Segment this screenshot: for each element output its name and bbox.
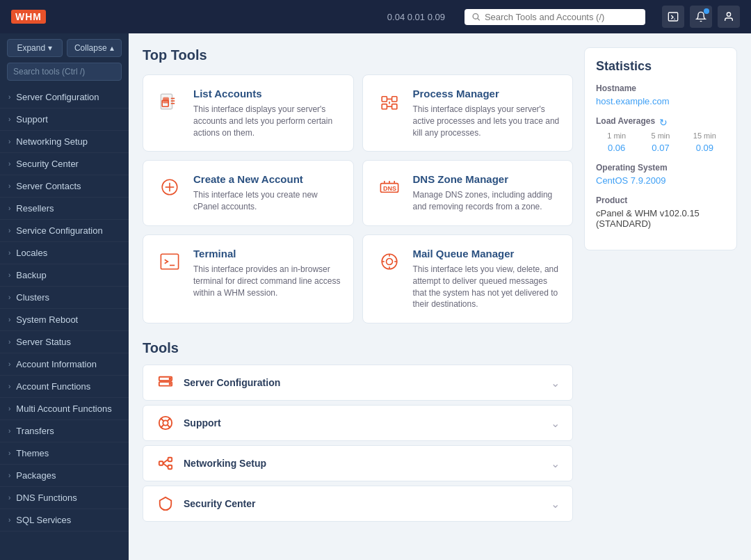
sidebar: Expand ▾ Collapse ▴ ›Server Configuratio… xyxy=(0,33,129,560)
search-icon xyxy=(471,12,481,22)
sidebar-item-label: Server Status xyxy=(16,337,71,347)
chevron-right-icon: › xyxy=(8,271,10,279)
tool-card-create-new-account[interactable]: Create a New Account This interface lets… xyxy=(143,160,354,226)
sidebar-item-label: Themes xyxy=(16,448,49,458)
sidebar-item-backup[interactable]: ›Backup xyxy=(0,264,129,287)
chevron-right-icon: › xyxy=(8,494,10,502)
sidebar-item-label: Packages xyxy=(16,470,56,481)
process-manager-title: Process Manager xyxy=(413,88,560,99)
sidebar-item-system-reboot[interactable]: ›System Reboot xyxy=(0,309,129,331)
search-input[interactable] xyxy=(485,12,638,22)
create-new-account-title: Create a New Account xyxy=(193,173,341,185)
chevron-down-icon: ⌄ xyxy=(551,417,560,430)
os-value: CentOS 7.9.2009 xyxy=(596,175,725,186)
tools-row-networking-setup[interactable]: Networking Setup ⌄ xyxy=(143,445,573,481)
svg-point-29 xyxy=(386,258,392,264)
sidebar-item-label: Transfers xyxy=(16,426,54,436)
sidebar-item-server-contacts[interactable]: ›Server Contacts xyxy=(0,175,129,198)
chevron-right-icon: › xyxy=(8,427,10,435)
sidebar-item-locales[interactable]: ›Locales xyxy=(0,242,129,264)
sidebar-item-themes[interactable]: ›Themes xyxy=(0,442,129,465)
support-row-label: Support xyxy=(184,417,542,429)
refresh-icon[interactable]: ↻ xyxy=(659,117,668,128)
sidebar-nav: ›Server Configuration›Support›Networking… xyxy=(0,86,129,560)
security-center-row-label: Security Center xyxy=(184,498,542,509)
sidebar-item-support[interactable]: ›Support xyxy=(0,109,129,131)
chevron-right-icon: › xyxy=(8,516,10,524)
sidebar-search-input[interactable] xyxy=(7,63,122,81)
sidebar-item-label: Security Center xyxy=(16,159,79,169)
global-search-bar[interactable] xyxy=(465,9,645,25)
load-15min-value: 0.09 xyxy=(684,143,725,153)
dns-zone-manager-description: Manage DNS zones, including adding and r… xyxy=(413,189,560,213)
tool-card-process-manager[interactable]: Process Manager This interface displays … xyxy=(362,74,574,152)
svg-point-36 xyxy=(170,378,171,380)
tools-row-server-configuration[interactable]: Server Configuration ⌄ xyxy=(143,365,573,401)
chevron-right-icon: › xyxy=(8,360,10,368)
terminal-button[interactable] xyxy=(662,6,684,28)
sidebar-item-service-configuration[interactable]: ›Service Configuration xyxy=(0,220,129,242)
chevron-right-icon: › xyxy=(8,115,10,123)
svg-rect-44 xyxy=(159,461,163,465)
sidebar-item-server-status[interactable]: ›Server Status xyxy=(0,331,129,353)
load-5min-label: 5 min xyxy=(640,131,681,140)
chevron-right-icon: › xyxy=(8,227,10,234)
load-5min-value: 0.07 xyxy=(640,143,681,153)
svg-line-40 xyxy=(161,419,163,422)
user-icon xyxy=(723,11,734,22)
sidebar-item-clusters[interactable]: ›Clusters xyxy=(0,287,129,309)
sidebar-item-account-functions[interactable]: ›Account Functions xyxy=(0,376,129,398)
sidebar-item-label: Account Information xyxy=(16,359,97,369)
sidebar-item-packages[interactable]: ›Packages xyxy=(0,465,129,487)
dns-zone-manager-info: DNS Zone Manager Manage DNS zones, inclu… xyxy=(413,173,560,213)
notifications-button[interactable] xyxy=(690,6,712,28)
sidebar-item-networking-setup[interactable]: ›Networking Setup xyxy=(0,131,129,153)
chevron-right-icon: › xyxy=(8,449,10,457)
sidebar-item-security-center[interactable]: ›Security Center xyxy=(0,153,129,175)
chevron-right-icon: › xyxy=(8,138,10,145)
sidebar-item-multi-account-functions[interactable]: ›Multi Account Functions xyxy=(0,398,129,420)
svg-point-39 xyxy=(163,421,168,426)
sidebar-item-dns-functions[interactable]: ›DNS Functions xyxy=(0,487,129,509)
tool-card-terminal[interactable]: Terminal This interface provides an in-b… xyxy=(143,234,354,323)
create-new-account-description: This interface lets you create new cPane… xyxy=(193,189,341,213)
svg-line-47 xyxy=(163,460,168,464)
top-tools-grid: List Accounts This interface displays yo… xyxy=(143,74,573,323)
product-value: cPanel & WHM v102.0.15 (STANDARD) xyxy=(596,208,725,229)
svg-line-43 xyxy=(168,425,170,428)
tools-row-security-center[interactable]: Security Center ⌄ xyxy=(143,486,573,522)
sidebar-item-server-configuration[interactable]: ›Server Configuration xyxy=(0,86,129,109)
sidebar-item-account-information[interactable]: ›Account Information xyxy=(0,353,129,376)
expand-label: Expand xyxy=(17,43,45,53)
chevron-right-icon: › xyxy=(8,338,10,346)
chevron-right-icon: › xyxy=(8,405,10,413)
sidebar-controls: Expand ▾ Collapse ▴ xyxy=(0,33,129,63)
list-accounts-icon xyxy=(156,88,184,115)
sidebar-item-sql-services[interactable]: ›SQL Services xyxy=(0,509,129,531)
tools-row-support[interactable]: Support ⌄ xyxy=(143,405,573,441)
sidebar-item-label: Support xyxy=(16,114,48,125)
load-averages-label: Load Averages xyxy=(596,116,655,126)
chevron-right-icon: › xyxy=(8,383,10,390)
terminal-info: Terminal This interface provides an in-b… xyxy=(193,248,341,298)
tool-card-mail-queue-manager[interactable]: Mail Queue Manager This interface lets y… xyxy=(362,234,574,323)
chevron-right-icon: › xyxy=(8,249,10,257)
user-button[interactable] xyxy=(718,6,740,28)
mail-queue-manager-description: This interface lets you view, delete, an… xyxy=(413,264,560,310)
tool-card-dns-zone-manager[interactable]: DNS DNS Zone Manager Manage DNS zones, i… xyxy=(362,160,574,226)
sidebar-item-label: Server Configuration xyxy=(16,92,99,102)
os-label: Operating System xyxy=(596,163,725,173)
svg-point-4 xyxy=(727,13,730,16)
sidebar-item-resellers[interactable]: ›Resellers xyxy=(0,198,129,220)
chevron-down-icon: ⌄ xyxy=(551,497,560,511)
svg-rect-26 xyxy=(161,254,178,269)
statistics-title: Statistics xyxy=(596,59,725,74)
hostname-label: Hostname xyxy=(596,83,725,93)
tool-card-list-accounts[interactable]: List Accounts This interface displays yo… xyxy=(143,74,354,152)
chevron-right-icon: › xyxy=(8,182,10,190)
collapse-button[interactable]: Collapse ▴ xyxy=(67,39,122,57)
svg-rect-11 xyxy=(382,97,387,102)
expand-button[interactable]: Expand ▾ xyxy=(7,39,63,57)
sidebar-item-transfers[interactable]: ›Transfers xyxy=(0,420,129,442)
dns-zone-manager-icon: DNS xyxy=(376,173,403,201)
